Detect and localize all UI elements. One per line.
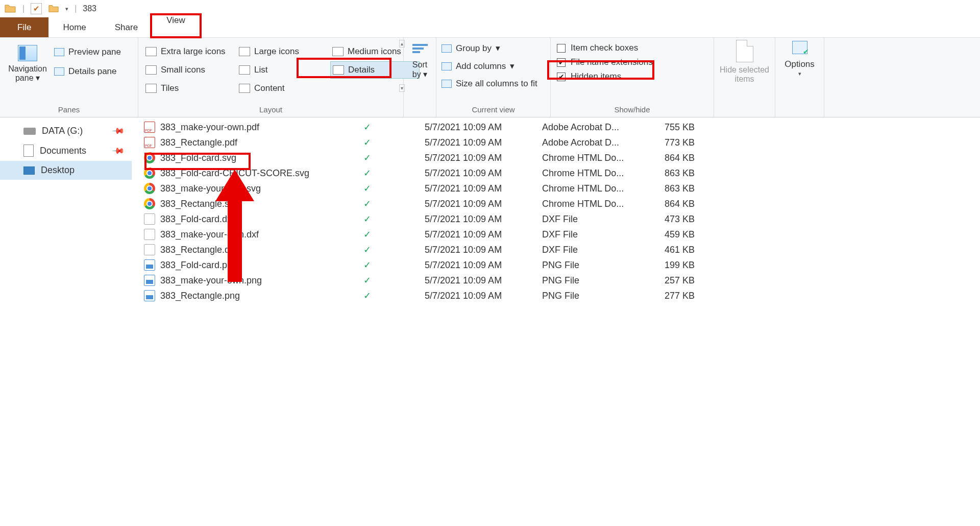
layout-icon — [239, 65, 250, 75]
hide-selected-items-button: Hide selected items . — [714, 38, 775, 117]
file-row[interactable]: 383_Rectangle.dxf✓5/7/2021 10:09 AMDXF F… — [132, 242, 980, 257]
desktop-icon — [23, 166, 35, 175]
file-row[interactable]: 383_Fold-card.dxf✓5/7/2021 10:09 AMDXF F… — [132, 211, 980, 227]
group-label-show-hide: Show/hide — [556, 103, 708, 117]
file-name: 383_make-your-own.png — [160, 275, 262, 286]
file-size: 257 KB — [665, 275, 716, 286]
file-type: Chrome HTML Do... — [542, 153, 665, 163]
file-row[interactable]: 383_Fold-card.png✓5/7/2021 10:09 AMPNG F… — [132, 257, 980, 273]
options-icon — [792, 41, 807, 54]
tab-home[interactable]: Home — [48, 17, 100, 37]
layout-icon — [145, 47, 157, 56]
file-row[interactable]: 383_make-your-own.dxf✓5/7/2021 10:09 AMD… — [132, 227, 980, 242]
file-type: DXF File — [542, 245, 665, 255]
hide-selected-label: Hide selected items — [719, 65, 770, 83]
sidebar-item-data-g-[interactable]: DATA (G:)📌 — [0, 122, 132, 140]
details-pane-label: Details pane — [68, 66, 117, 77]
hide-selected-icon — [736, 40, 753, 62]
details-pane-button[interactable]: Details pane — [54, 66, 121, 77]
file-type-icon — [144, 152, 155, 163]
drive-icon — [23, 128, 36, 135]
status-available-icon: ✓ — [363, 275, 371, 285]
file-date: 5/7/2021 10:09 AM — [425, 260, 542, 271]
sort-by-button[interactable]: Sort by ▾ . — [404, 38, 436, 117]
qa-folder-icon[interactable] — [48, 3, 59, 14]
qa-save-icon[interactable]: ✔ — [31, 3, 42, 14]
sidebar-item-desktop[interactable]: Desktop — [0, 161, 132, 180]
file-name: 383_Fold-card.dxf — [160, 214, 234, 225]
size-columns-button[interactable]: Size all columns to fit — [442, 79, 545, 89]
file-row[interactable]: 383_make-your-own.pdf✓5/7/2021 10:09 AMA… — [132, 119, 980, 135]
file-type: Chrome HTML Do... — [542, 199, 665, 209]
layout-small-icons[interactable]: Small icons — [143, 61, 233, 79]
layout-icon — [239, 47, 250, 56]
file-row[interactable]: 383_make-your-own.svg✓5/7/2021 10:09 AMC… — [132, 181, 980, 196]
status-available-icon: ✓ — [363, 153, 371, 163]
pin-icon: 📌 — [111, 144, 126, 158]
tab-file[interactable]: File — [0, 17, 48, 37]
file-row[interactable]: 383_Rectangle.png✓5/7/2021 10:09 AMPNG F… — [132, 288, 980, 303]
item-check-boxes-toggle[interactable]: Item check boxes — [556, 41, 708, 55]
layout-extra-large-icons[interactable]: Extra large icons — [143, 43, 233, 60]
file-name: 383_Rectangle.png — [160, 291, 240, 301]
file-type-icon — [144, 244, 155, 255]
annotation-highlight-view-tab: View — [150, 13, 202, 38]
file-type-icon — [144, 137, 155, 148]
file-name: 383_Fold-card.svg — [160, 153, 236, 163]
navigation-pane-button[interactable]: Navigation pane ▾ — [5, 41, 50, 82]
file-type: DXF File — [542, 214, 665, 225]
file-type-icon — [144, 198, 155, 209]
layout-list[interactable]: List — [237, 61, 326, 79]
file-row[interactable]: 383_Rectangle.svg✓5/7/2021 10:09 AMChrom… — [132, 196, 980, 211]
layout-content[interactable]: Content — [237, 80, 326, 97]
file-date: 5/7/2021 10:09 AM — [425, 199, 542, 209]
ribbon-group-current-view: Group by ▾ Add columns ▾ Size all column… — [436, 38, 551, 117]
file-row[interactable]: 383_Rectangle.pdf✓5/7/2021 10:09 AMAdobe… — [132, 135, 980, 150]
file-name: 383_Rectangle.pdf — [160, 137, 237, 148]
ribbon-group-show-hide: Item check boxes ✔File name extensions ✔… — [551, 38, 714, 117]
layout-icon — [332, 47, 344, 56]
file-size: 863 KB — [665, 183, 716, 194]
group-by-button[interactable]: Group by ▾ — [442, 43, 545, 54]
layout-label: List — [254, 65, 267, 75]
file-type-icon — [144, 183, 155, 194]
file-row[interactable]: 383_make-your-own.png✓5/7/2021 10:09 AMP… — [132, 273, 980, 288]
status-available-icon: ✓ — [363, 122, 371, 132]
layout-icon — [145, 65, 157, 75]
file-date: 5/7/2021 10:09 AM — [425, 122, 542, 133]
file-type-icon — [144, 213, 155, 225]
size-columns-icon — [442, 80, 452, 88]
sidebar-item-label: Desktop — [41, 165, 75, 176]
file-name-extensions-toggle[interactable]: ✔File name extensions — [556, 55, 708, 69]
file-type: Chrome HTML Do... — [542, 168, 665, 179]
file-type: Chrome HTML Do... — [542, 183, 665, 194]
add-columns-button[interactable]: Add columns ▾ — [442, 61, 545, 71]
hidden-items-toggle[interactable]: ✔Hidden items — [556, 69, 708, 84]
file-date: 5/7/2021 10:09 AM — [425, 168, 542, 179]
file-name: 383_Fold-card-CRICUT-SCORE.svg — [160, 168, 309, 179]
separator: | — [22, 4, 24, 13]
tab-share[interactable]: Share — [101, 17, 152, 37]
file-type-icon — [144, 259, 155, 271]
options-button[interactable]: Options ▾ . — [775, 38, 824, 117]
status-available-icon: ✓ — [363, 183, 371, 194]
layout-label: Large icons — [254, 46, 299, 57]
layout-tiles[interactable]: Tiles — [143, 80, 233, 97]
options-label: Options — [785, 59, 815, 69]
file-size: 755 KB — [665, 122, 716, 133]
checkbox-icon — [557, 44, 566, 53]
file-type: PNG File — [542, 275, 665, 286]
preview-pane-button[interactable]: Preview pane — [54, 47, 121, 57]
layout-large-icons[interactable]: Large icons — [237, 43, 326, 60]
file-date: 5/7/2021 10:09 AM — [425, 137, 542, 148]
layout-icon — [145, 84, 157, 93]
tab-view[interactable]: View — [152, 15, 200, 26]
navigation-pane-label: Navigation pane — [8, 64, 47, 82]
file-list-panel[interactable]: 383_make-your-own.pdf✓5/7/2021 10:09 AMA… — [132, 117, 980, 526]
file-type-icon — [144, 229, 155, 240]
file-row[interactable]: 383_Fold-card-CRICUT-SCORE.svg✓5/7/2021 … — [132, 165, 980, 181]
sidebar-item-documents[interactable]: Documents📌 — [0, 140, 132, 161]
window-title: 383 — [83, 4, 96, 13]
file-row[interactable]: 383_Fold-card.svg✓5/7/2021 10:09 AMChrom… — [132, 150, 980, 165]
qa-dropdown-icon[interactable]: ▾ — [65, 6, 68, 12]
